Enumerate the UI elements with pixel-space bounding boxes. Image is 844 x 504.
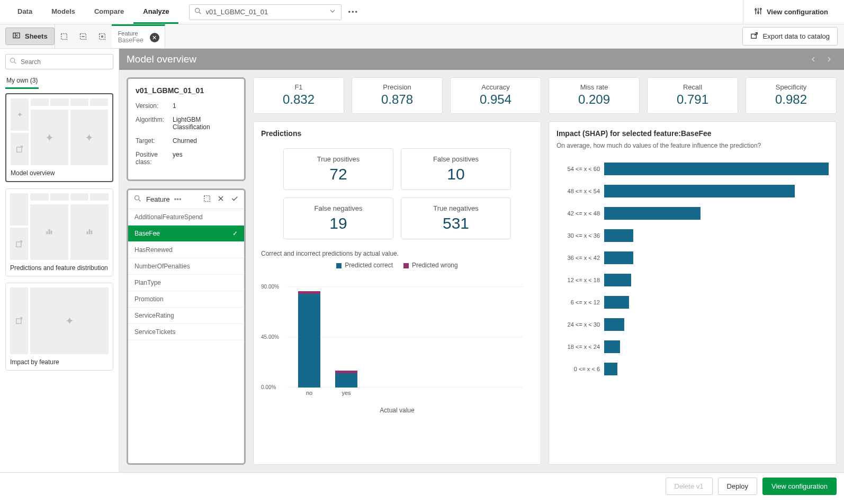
search-icon: [9, 57, 17, 67]
selection-feature-tab[interactable]: Feature BaseFee ✕: [112, 24, 165, 48]
mi-val: LightGBM Classification: [173, 116, 237, 131]
feature-panel-title: Feature: [146, 195, 170, 203]
predictions-xaxis: Actual value: [261, 407, 533, 414]
more-actions-button[interactable]: •••: [348, 8, 358, 16]
confusion-cell: False negatives19: [283, 197, 393, 239]
panel-left-icon: [12, 31, 21, 41]
feature-item[interactable]: BaseFee: [128, 226, 244, 242]
feature-item[interactable]: AdditionalFeatureSpend: [128, 209, 244, 226]
ytick: 90.00%: [261, 284, 279, 290]
svg-rect-27: [16, 319, 21, 323]
export-data-button[interactable]: Export data to catalog: [742, 27, 838, 46]
ytick: 45.00%: [261, 334, 279, 340]
svg-point-3: [755, 9, 757, 11]
svg-point-0: [195, 8, 200, 13]
model-info-card: v01_LGBMC_01_01 Version:1 Algorithm:Ligh…: [127, 77, 246, 181]
sheet-thumb-predictions[interactable]: Predictions and feature distribution: [5, 188, 113, 276]
mi-key: Positive class:: [136, 151, 173, 166]
shap-row: 0 <= x < 6: [556, 358, 829, 380]
my-own-tab[interactable]: My own (3): [5, 74, 39, 89]
cancel-icon[interactable]: [217, 194, 225, 204]
feature-item[interactable]: NumberOfPenalties: [128, 258, 244, 275]
metric-card: F10.832: [253, 77, 344, 114]
sheet-thumb-model-overview[interactable]: ✦ ✦✦ Model overview: [5, 93, 113, 182]
legend-correct: Predicted correct: [336, 262, 393, 269]
mi-key: Algorithm:: [136, 116, 173, 131]
canvas: Model overview v01_LGBMC_01_01 Version:1…: [119, 49, 844, 472]
view-configuration-link[interactable]: View configuration: [743, 0, 839, 24]
svg-rect-30: [204, 196, 210, 202]
top-nav: Data Models Compare Analyze v01_LGBMC_01…: [0, 0, 844, 24]
sheets-button[interactable]: Sheets: [5, 28, 55, 45]
feature-item[interactable]: Promotion: [128, 291, 244, 308]
export-label: Export data to catalog: [763, 32, 830, 40]
shap-row: 30 <= x < 36: [556, 224, 829, 247]
feature-item[interactable]: ServiceTickets: [128, 324, 244, 340]
model-dropdown[interactable]: v01_LGBMC_01_01: [189, 4, 342, 20]
metric-row: F10.832Precision0.878Accuracy0.954Miss r…: [253, 77, 837, 114]
main-layout: My own (3) ✦ ✦✦ Model overview: [0, 49, 844, 472]
view-configuration-button[interactable]: View configuration: [762, 478, 837, 495]
export-icon: [750, 31, 759, 41]
metric-card: Specificity0.982: [746, 77, 837, 114]
tab-data[interactable]: Data: [8, 1, 42, 24]
prev-sheet-button[interactable]: [806, 52, 821, 67]
confusion-cell: True positives72: [283, 148, 393, 190]
selection-tool-3[interactable]: [93, 24, 112, 49]
sheet-thumb-title: Predictions and feature distribution: [9, 261, 110, 273]
predictions-subtitle: Correct and incorrect predictions by act…: [261, 250, 533, 257]
page-title: Model overview: [127, 53, 196, 65]
model-dropdown-value: v01_LGBMC_01_01: [205, 8, 268, 16]
delete-button: Delete v1: [666, 478, 713, 495]
confirm-icon[interactable]: [230, 194, 239, 204]
sheet-thumb-title: Impact by feature: [9, 355, 110, 367]
sheet-thumb-impact[interactable]: ✦ Impact by feature: [5, 283, 113, 371]
page-header: Model overview: [119, 49, 844, 70]
svg-rect-24: [87, 231, 88, 234]
search-icon: [194, 7, 202, 17]
metric-card: Accuracy0.954: [450, 77, 541, 114]
selection-icon[interactable]: [203, 194, 211, 204]
tab-compare[interactable]: Compare: [85, 1, 133, 24]
svg-rect-21: [47, 231, 48, 234]
feature-item[interactable]: PlanType: [128, 275, 244, 291]
selection-tool-1[interactable]: [55, 24, 74, 49]
shap-row: 36 <= x < 42: [556, 247, 829, 269]
close-icon[interactable]: ✕: [150, 33, 159, 42]
svg-rect-25: [89, 229, 91, 234]
next-sheet-button[interactable]: [822, 52, 837, 67]
more-icon[interactable]: •••: [174, 195, 182, 203]
predictions-legend: Predicted correct Predicted wrong: [261, 262, 533, 269]
confusion-cell: False positives10: [401, 148, 511, 190]
svg-point-14: [101, 35, 103, 37]
ytick: 0.00%: [261, 384, 276, 390]
sheet-thumb-title: Model overview: [10, 166, 109, 178]
feature-item[interactable]: HasRenewed: [128, 242, 244, 258]
tab-models[interactable]: Models: [42, 1, 85, 24]
deploy-button[interactable]: Deploy: [718, 478, 757, 495]
sheet-search[interactable]: [5, 54, 113, 69]
mi-key: Version:: [136, 102, 173, 110]
shap-chart: 54 <= x < 6048 <= x < 5442 <= x < 4830 <…: [556, 158, 829, 380]
mi-val: Churned: [173, 137, 237, 145]
shap-subtitle: On average, how much do values of the fe…: [556, 142, 829, 149]
shap-row: 12 <= x < 18: [556, 269, 829, 291]
tab-analyze[interactable]: Analyze: [133, 1, 178, 24]
predictions-chart: 0.00% 45.00% 90.00% noyes: [288, 271, 523, 398]
legend-wrong: Predicted wrong: [403, 262, 458, 269]
svg-point-17: [11, 58, 15, 62]
feature-list: AdditionalFeatureSpendBaseFeeHasRenewedN…: [128, 209, 244, 340]
toolbar: Sheets Feature BaseFee ✕ Export data to …: [0, 24, 844, 49]
confusion-cell: True negatives531: [401, 197, 511, 239]
view-configuration-label: View configuration: [767, 8, 828, 16]
mi-key: Target:: [136, 137, 173, 145]
selection-tool-2[interactable]: [74, 24, 93, 49]
svg-rect-23: [51, 231, 52, 235]
sheet-search-input[interactable]: [21, 58, 110, 66]
feature-item[interactable]: ServiceRating: [128, 308, 244, 324]
shap-row: 6 <= x < 12: [556, 291, 829, 313]
search-icon: [133, 194, 142, 204]
svg-line-18: [14, 62, 16, 64]
shap-panel: Impact (SHAP) for selected feature:BaseF…: [549, 121, 837, 465]
metric-card: Precision0.878: [352, 77, 443, 114]
